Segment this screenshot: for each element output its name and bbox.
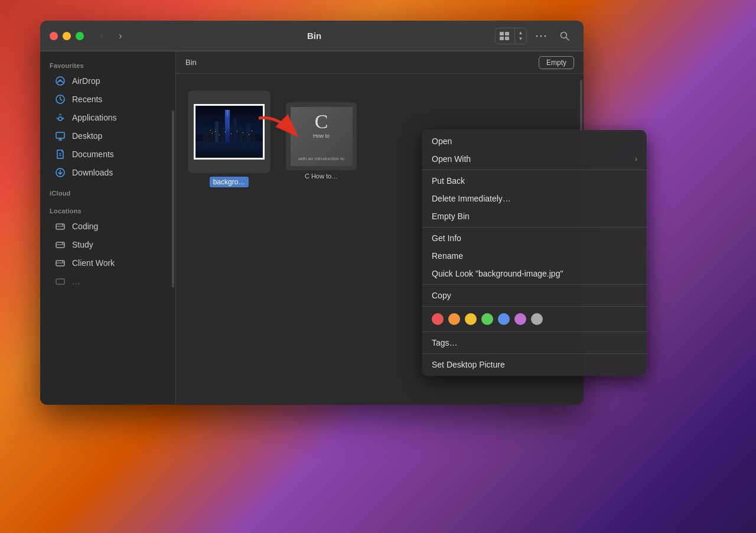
desktop-icon <box>54 130 66 142</box>
context-menu-put-back[interactable]: Put Back <box>422 172 647 190</box>
svg-rect-3 <box>505 37 509 40</box>
file-item-background-image[interactable]: backgro… <box>188 86 271 192</box>
context-menu: Open Open With › Put Back Delete Immedia… <box>422 130 647 376</box>
applications-icon <box>54 112 66 124</box>
bin-breadcrumb: Bin <box>185 58 197 67</box>
color-dot-green[interactable] <box>481 313 493 325</box>
svg-point-4 <box>536 35 538 37</box>
svg-rect-12 <box>56 132 64 138</box>
file-area-header: Bin Empty <box>176 51 584 74</box>
context-menu-tags[interactable]: Tags… <box>422 334 647 352</box>
airdrop-icon <box>54 75 66 87</box>
svg-point-21 <box>62 225 63 226</box>
sidebar-item-clientwork[interactable]: Client Work <box>45 254 171 272</box>
context-menu-rename[interactable]: Rename <box>422 247 647 265</box>
svg-rect-1 <box>505 32 509 35</box>
extra-drive-icon <box>54 275 66 287</box>
empty-bin-header-button[interactable]: Empty <box>539 56 574 69</box>
favourites-section-label: Favourites <box>40 58 175 72</box>
sidebar-item-downloads[interactable]: Downloads <box>45 164 171 181</box>
window-title: Bin <box>133 31 495 41</box>
downloads-icon <box>54 167 66 178</box>
context-menu-color-tags[interactable] <box>422 308 647 330</box>
maximize-button[interactable] <box>76 32 84 40</box>
file-name-background-image: backgro… <box>210 177 249 187</box>
title-bar: ‹ › Bin ▲ ▼ <box>40 21 584 51</box>
open-with-chevron-icon: › <box>635 155 637 163</box>
forward-button[interactable]: › <box>112 28 129 44</box>
sidebar-item-airdrop[interactable]: AirDrop <box>45 72 171 90</box>
color-dot-yellow[interactable] <box>465 313 477 325</box>
clientwork-drive-icon <box>54 257 66 269</box>
more-button[interactable] <box>532 27 550 46</box>
documents-label: Documents <box>72 150 114 159</box>
study-drive-icon <box>54 239 66 251</box>
sidebar: Favourites AirDrop <box>40 51 176 405</box>
svg-rect-0 <box>500 32 504 35</box>
clientwork-label: Client Work <box>72 258 115 268</box>
search-button[interactable] <box>555 27 574 46</box>
book-filename: C How to… <box>305 173 338 180</box>
sidebar-item-coding[interactable]: Coding <box>45 217 171 235</box>
menu-separator-3 <box>422 284 647 285</box>
desktop-label: Desktop <box>72 131 102 141</box>
back-button[interactable]: ‹ <box>93 28 110 44</box>
color-dot-purple[interactable] <box>514 313 526 325</box>
sort-button[interactable]: ▲ ▼ <box>514 28 526 44</box>
svg-point-24 <box>62 243 63 244</box>
red-arrow-indicator <box>259 115 306 145</box>
minimize-button[interactable] <box>63 32 71 40</box>
svg-point-5 <box>540 35 542 37</box>
svg-rect-28 <box>56 279 64 284</box>
svg-point-6 <box>545 35 546 37</box>
context-menu-delete-immediately[interactable]: Delete Immediately… <box>422 190 647 207</box>
svg-line-8 <box>566 37 569 40</box>
color-dot-gray[interactable] <box>531 313 543 325</box>
menu-separator-5 <box>422 332 647 332</box>
sidebar-item-desktop[interactable]: Desktop <box>45 127 171 145</box>
nav-buttons: ‹ › <box>93 28 129 44</box>
view-controls: ▲ ▼ <box>495 28 527 44</box>
context-menu-quick-look[interactable]: Quick Look "background-image.jpg" <box>422 265 647 282</box>
locations-section-label: Locations <box>40 204 175 217</box>
recents-label: Recents <box>72 95 102 104</box>
background-image-thumbnail <box>188 90 271 173</box>
traffic-lights <box>50 32 84 40</box>
context-menu-empty-bin[interactable]: Empty Bin <box>422 207 647 225</box>
study-label: Study <box>72 240 93 249</box>
context-menu-open[interactable]: Open <box>422 132 647 150</box>
sidebar-item-documents[interactable]: Documents <box>45 145 171 163</box>
sidebar-scrollbar[interactable] <box>172 110 174 288</box>
svg-point-27 <box>62 261 63 262</box>
downloads-label: Downloads <box>72 168 113 177</box>
context-menu-get-info[interactable]: Get Info <box>422 229 647 247</box>
color-dot-blue[interactable] <box>498 313 510 325</box>
svg-rect-2 <box>500 37 504 40</box>
grid-view-button[interactable] <box>496 28 514 44</box>
context-menu-copy[interactable]: Copy <box>422 287 647 304</box>
extra-label: … <box>72 277 80 286</box>
coding-label: Coding <box>72 222 98 231</box>
recents-icon <box>54 93 66 105</box>
icloud-section-label: iCloud <box>40 186 175 199</box>
airdrop-label: AirDrop <box>72 76 100 86</box>
sidebar-item-applications[interactable]: Applications <box>45 109 171 126</box>
applications-label: Applications <box>72 113 117 122</box>
context-menu-open-with[interactable]: Open With › <box>422 150 647 168</box>
color-dot-red[interactable] <box>432 313 444 325</box>
menu-separator-4 <box>422 306 647 307</box>
file-item-book[interactable]: C How to with an introduction to C How t… <box>280 98 363 192</box>
sidebar-item-study[interactable]: Study <box>45 236 171 254</box>
menu-separator-6 <box>422 353 647 354</box>
coding-drive-icon <box>54 220 66 232</box>
context-menu-set-desktop-picture[interactable]: Set Desktop Picture <box>422 356 647 373</box>
color-dot-orange[interactable] <box>448 313 460 325</box>
close-button[interactable] <box>50 32 58 40</box>
menu-separator-1 <box>422 170 647 170</box>
sidebar-item-extra[interactable]: … <box>45 272 171 290</box>
toolbar-right: ▲ ▼ <box>495 27 574 46</box>
sidebar-item-recents[interactable]: Recents <box>45 90 171 108</box>
documents-icon <box>54 148 66 160</box>
menu-separator-2 <box>422 227 647 228</box>
svg-point-11 <box>58 117 62 121</box>
